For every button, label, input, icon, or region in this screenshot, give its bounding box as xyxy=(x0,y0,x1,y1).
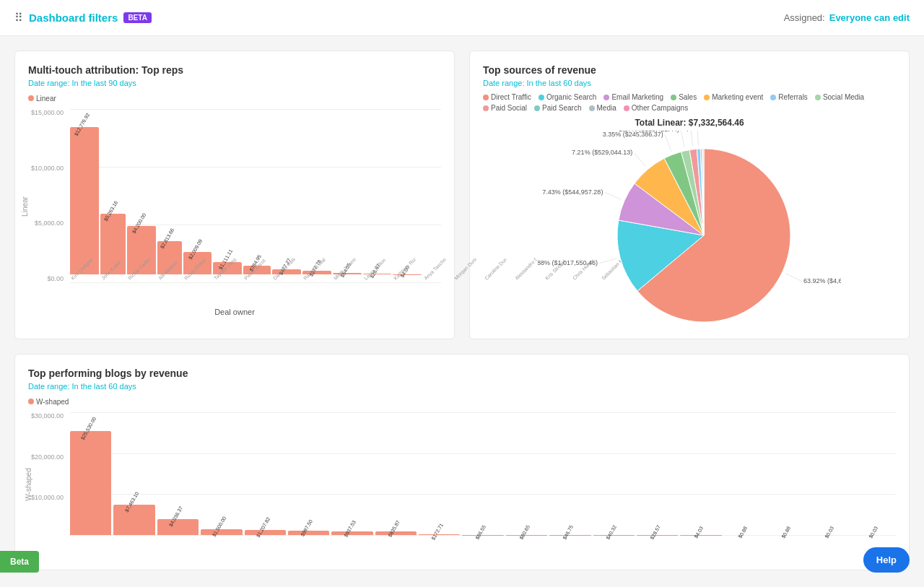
bar-wrapper2: $997.50 xyxy=(288,412,329,535)
bar-wrapper: $2,009.09Rusty Piston xyxy=(183,109,212,282)
y-label-30k: $30,000.00 xyxy=(28,412,68,419)
top-bar: ⠿ Dashboard filters BETA Assigned: Every… xyxy=(0,0,924,36)
pie-legend-item: Referrals xyxy=(770,93,808,101)
bar-value-label2: $40.32 xyxy=(606,524,618,540)
bar-wrapper: Morgan Duncan xyxy=(453,109,482,282)
bar-value-label2: $0.88 xyxy=(780,526,791,539)
chart1-legend: Linear xyxy=(28,93,441,103)
pie-label-line xyxy=(604,192,621,199)
multi-touch-card: Multi-touch attribution: Top reps Date r… xyxy=(14,51,455,339)
bar2 xyxy=(288,531,329,535)
y-line-10k-b: $10,000.00 xyxy=(28,494,70,501)
linear-legend-dot xyxy=(28,95,34,101)
bar-wrapper: $2,813.66Alli Matson xyxy=(157,109,182,282)
wshaped-legend-dot xyxy=(28,399,34,404)
y-axis-title: Linear xyxy=(21,196,29,217)
y-label-10k-b: $10,000.00 xyxy=(28,494,68,501)
chart3-legend: W-shaped xyxy=(28,396,896,406)
pie-legend-dot xyxy=(539,95,544,100)
chart1-legend-item: Linear xyxy=(28,95,56,103)
pie-legend-text: Social Media xyxy=(823,93,864,101)
chart1-area: $15,000.00 $10,000.00 $5,000.00 $0.00 xyxy=(28,109,441,304)
chart3-date-range: Date range: In the last 60 days xyxy=(28,382,896,391)
pie-chart-svg: 63.92% ($4,687,233.79)13.88% ($1,017,550… xyxy=(538,131,841,326)
bar-wrapper: $4.00Kathleen Rush xyxy=(393,109,422,282)
pie-legend-text: Sales xyxy=(679,93,697,101)
y-axis: $15,000.00 $10,000.00 $5,000.00 $0.00 xyxy=(28,109,70,282)
revenue-sources-card: Top sources of revenue Date range: In th… xyxy=(469,51,910,339)
bars-container3: $25,530.00$7,463.10$4,036.37$1,500.00$1,… xyxy=(70,412,896,535)
pie-label-line xyxy=(634,152,645,166)
pie-label-line xyxy=(691,131,693,146)
bar-wrapper: $277.78Rachael Walsh xyxy=(302,109,331,282)
bar-value-label2: $0.88 xyxy=(737,526,748,539)
y-label-10k: $10,000.00 xyxy=(28,165,68,172)
pie-legend-item: Direct Traffic xyxy=(483,93,531,101)
chart3-area: $30,000.00 $20,000.00 $10,000.00 xyxy=(28,412,896,557)
y-line-20k: $20,000.00 xyxy=(28,453,70,461)
pie-legend-item: Email Marketing xyxy=(603,93,663,101)
charts-row: Multi-touch attribution: Top reps Date r… xyxy=(14,51,910,339)
assigned-label: Assigned: xyxy=(784,12,825,23)
bar-wrapper: $12,776.92Kim Lindgren xyxy=(70,109,99,282)
bar xyxy=(70,127,99,274)
bar-wrapper: $54.05Mitch Jaramillo xyxy=(333,109,362,282)
dashboard-filters-link[interactable]: Dashboard filters xyxy=(29,12,118,24)
bar-wrapper2: $0.03 xyxy=(855,412,896,535)
bar-wrapper: Anya Taschner xyxy=(423,109,452,282)
bar-value-label2: $172.71 xyxy=(430,523,444,541)
bar-wrapper2: $1,207.82 xyxy=(245,412,286,535)
bar-name-label: Anya Taschner xyxy=(423,257,447,281)
y-label-15k: $15,000.00 xyxy=(28,109,68,116)
bar-wrapper: $784.95Pierre Escot xyxy=(243,109,271,282)
bar-name-label: Kathleen Rush xyxy=(393,257,417,281)
pie-legend-dot xyxy=(671,95,676,100)
bar2 xyxy=(462,535,503,536)
bar-wrapper2: $4,036.37 xyxy=(157,412,199,535)
pie-label-text: 7.43% ($544,957.28) xyxy=(542,188,603,196)
pie-label-line xyxy=(697,131,698,145)
bar2 xyxy=(331,531,372,535)
assigned-section: Assigned: Everyone can edit xyxy=(784,12,910,23)
bar-wrapper2: $86.55 xyxy=(462,412,503,535)
pie-legend-text: Referrals xyxy=(778,93,808,101)
everyone-edit-link[interactable]: Everyone can edit xyxy=(829,12,910,23)
grid-icon: ⠿ xyxy=(14,11,23,25)
chart2-title: Top sources of revenue xyxy=(483,64,896,76)
bar-wrapper2: $7,463.10 xyxy=(113,412,154,535)
chart3-legend-item: W-shaped xyxy=(28,398,69,406)
pie-legend-text: Email Marketing xyxy=(611,93,663,101)
bar2 xyxy=(113,505,154,536)
bar2 xyxy=(157,519,199,535)
bar-wrapper: $1,111.11Tayollie Olegaire xyxy=(213,109,242,282)
pie-label-text: 13.88% ($1,017,550.46) xyxy=(538,259,598,266)
chart2-date-range: Date range: In the last 60 days xyxy=(483,79,896,87)
beta-bottom-button[interactable]: Beta xyxy=(0,551,39,573)
bar-wrapper2: $172.71 xyxy=(419,412,460,535)
bar2 xyxy=(70,431,111,536)
bar-wrapper2: $46.75 xyxy=(549,412,590,535)
blogs-card: Top performing blogs by revenue Date ran… xyxy=(14,354,910,570)
pie-label-text: 1.36% ($99,715.23) xyxy=(632,131,689,131)
pie-label-line xyxy=(681,131,684,147)
dashboard-content: Multi-touch attribution: Top reps Date r… xyxy=(0,36,924,585)
help-button[interactable]: Help xyxy=(863,547,910,573)
chart3-y-axis-title: W-shaped xyxy=(25,468,32,500)
pie-label-line xyxy=(665,134,671,151)
bar2 xyxy=(375,531,417,535)
chart3-legend-label: W-shaped xyxy=(36,398,69,406)
pie-label-text: 7.21% ($529,044.13) xyxy=(572,149,632,156)
bar-wrapper2: $80.65 xyxy=(506,412,547,535)
bar2 xyxy=(245,530,286,535)
pie-legend-dot xyxy=(704,95,710,100)
pie-legend-text: Organic Search xyxy=(546,93,596,101)
bar-wrapper2: $25,530.00 xyxy=(70,412,111,535)
bar-wrapper2: $0.88 xyxy=(724,412,765,535)
beta-badge: BETA xyxy=(123,12,151,23)
bar-value-label2: $80.65 xyxy=(518,524,531,540)
bars-container1: $12,776.92Kim Lindgren$5,263.16John Koik… xyxy=(70,109,441,282)
bar-value-label2: $28.57 xyxy=(649,524,661,540)
bar-wrapper: $5,263.16John Koike xyxy=(100,109,126,282)
bar-wrapper: $26.47Laura Fallon xyxy=(363,109,391,282)
bar-wrapper2: $4.03 xyxy=(680,412,721,535)
